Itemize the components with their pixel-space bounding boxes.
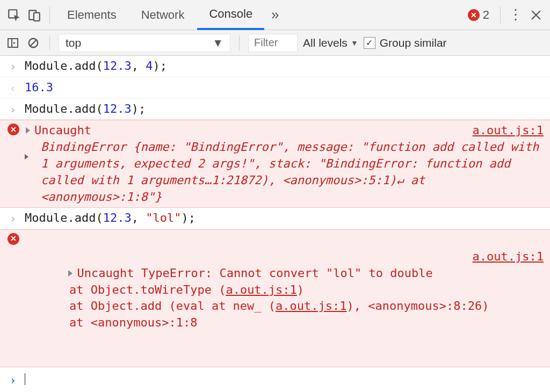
separator — [49, 35, 50, 50]
svg-rect-2 — [34, 12, 40, 20]
console-input-row: › Module.add(12.3); — [0, 99, 550, 120]
console-error-row: ✕ a.out.js:1 Uncaught TypeError: Cannot … — [0, 229, 550, 367]
tab-elements[interactable]: Elements — [55, 0, 128, 30]
svg-rect-3 — [8, 39, 18, 47]
console-error-text[interactable]: a.out.js:1 Uncaught TypeError: Cannot co… — [26, 232, 544, 364]
text-caret — [25, 373, 25, 385]
console-log: › Module.add(12.3, 4); ‹ 16.3 › Module.a… — [0, 56, 550, 390]
return-chevron-icon: ‹ — [8, 79, 18, 96]
checkbox-checked-icon: ✓ — [364, 37, 375, 49]
disclosure-triangle-icon[interactable] — [25, 154, 28, 159]
error-dot-icon: ✕ — [468, 9, 480, 21]
error-object: BindingError {name: "BindingError", mess… — [41, 140, 539, 203]
error-count: 2 — [483, 8, 489, 22]
context-selector[interactable]: top ▼ — [59, 34, 230, 52]
group-similar-toggle[interactable]: ✓ Group similar — [364, 37, 447, 49]
source-location-link[interactable]: a.out.js:1 — [276, 299, 346, 313]
device-toolbar-icon[interactable] — [25, 5, 44, 25]
input-chevron-icon: › — [8, 58, 18, 74]
input-chevron-icon: › — [8, 101, 18, 117]
console-prompt-row[interactable]: › — [0, 367, 550, 390]
source-location-link[interactable]: a.out.js:1 — [473, 122, 544, 139]
tab-network[interactable]: Network — [129, 0, 197, 30]
chevron-down-icon: ▼ — [351, 39, 358, 47]
separator — [500, 6, 501, 24]
devtools-tabbar: Elements Network Console » ✕ 2 ⋮ — [0, 0, 550, 30]
chevron-down-icon: ▼ — [212, 37, 223, 49]
console-return-row: ‹ 16.3 — [0, 77, 550, 99]
error-icon: ✕ — [8, 233, 19, 245]
console-input-row: › Module.add(12.3, 4); — [0, 56, 550, 77]
filter-input[interactable] — [248, 34, 298, 52]
console-input-text: Module.add(12.3); — [25, 101, 544, 118]
console-error-row: ✕ a.out.js:1 Uncaught BindingError {name… — [0, 120, 550, 208]
clear-console-icon[interactable] — [26, 35, 41, 50]
context-value: top — [66, 37, 81, 49]
console-toolbar: top ▼ All levels ▼ ✓ Group similar — [0, 30, 550, 56]
log-levels-label: All levels — [303, 37, 348, 49]
console-error-text[interactable]: a.out.js:1 Uncaught BindingError {name: … — [26, 122, 544, 205]
console-input-text: Module.add(12.3, "lol"); — [25, 210, 544, 227]
separator — [239, 35, 240, 50]
error-icon: ✕ — [8, 124, 19, 135]
inspect-icon[interactable] — [4, 5, 24, 25]
prompt-chevron-icon: › — [8, 372, 18, 388]
console-prompt-input[interactable] — [25, 372, 544, 388]
log-levels-selector[interactable]: All levels ▼ — [303, 37, 358, 49]
console-input-text: Module.add(12.3, 4); — [25, 58, 544, 75]
input-chevron-icon: › — [8, 210, 18, 226]
console-input-row: › Module.add(12.3, "lol"); — [0, 208, 550, 229]
close-icon[interactable] — [526, 5, 546, 25]
tab-console[interactable]: Console — [197, 0, 264, 30]
disclosure-triangle-icon[interactable] — [68, 270, 73, 277]
console-return-value: 16.3 — [25, 79, 544, 96]
disclosure-triangle-icon[interactable] — [26, 127, 30, 134]
show-sidebar-icon[interactable] — [5, 35, 20, 50]
error-count-badge[interactable]: ✕ 2 — [462, 8, 495, 22]
group-similar-label: Group similar — [380, 37, 447, 49]
source-location-link[interactable]: a.out.js:1 — [473, 249, 544, 265]
source-location-link[interactable]: a.out.js:1 — [226, 283, 296, 296]
separator — [49, 6, 50, 24]
more-tabs-icon[interactable]: » — [265, 5, 285, 25]
kebab-menu-icon[interactable]: ⋮ — [506, 5, 525, 25]
